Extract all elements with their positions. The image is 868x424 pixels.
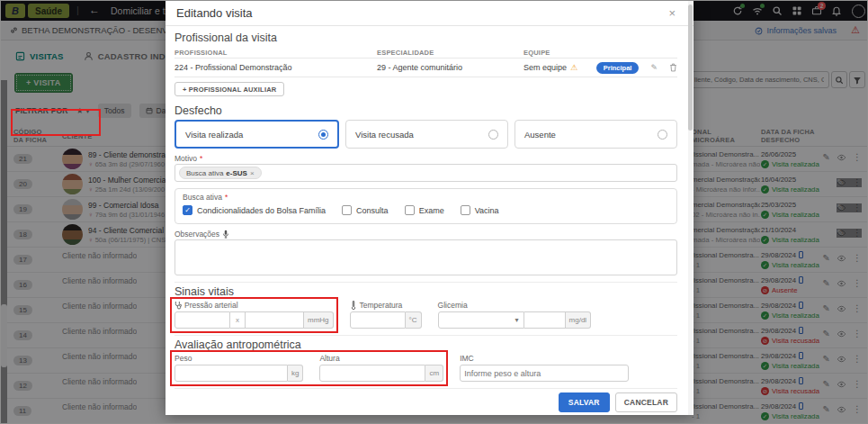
checkbox-exame[interactable]: Exame [405,205,444,215]
pressao-separator: x [230,311,245,329]
altura-label: Altura [319,354,443,363]
temperatura-field: Temperatura °C [350,301,422,329]
checkbox-bolsa-familia[interactable]: ✓Condicionalidades do Bolsa Família [183,205,326,215]
remove-chip-icon[interactable]: × [250,169,255,177]
option-visita-realizada[interactable]: Visita realizada [174,120,339,149]
radio-icon [658,130,667,140]
desfecho-options: Visita realizada Visita recusada Ausente [174,120,677,149]
save-button[interactable]: SALVAR [559,392,610,412]
motivo-label: Motivo* [174,154,677,163]
observacoes-textarea[interactable] [174,239,677,275]
add-auxiliary-professional-button[interactable]: + PROFISSIONAL AUXILIAR [174,82,284,96]
sinais-vitais-title: Sinais vitais [174,285,677,298]
imc-label: IMC [460,354,629,363]
glicemia-input[interactable] [524,311,566,329]
principal-badge: Principal [596,62,640,74]
imc-field: IMC [460,354,629,382]
celsius-unit: °C [406,311,422,329]
team-value: Sem equipe [523,63,567,72]
glicemia-label: Glicemia [438,301,592,310]
observacoes-label: Observações [174,230,677,239]
motivo-chip[interactable]: Busca ativa e-SUS × [179,167,262,179]
altura-input[interactable] [319,365,425,382]
peso-label: Peso [174,354,303,363]
modal-header: Editando visita × [166,1,694,26]
busca-ativa-label: Busca ativa* [183,193,669,202]
section-sinais-vitais: Sinais vitais Pressão arterial x [174,282,677,329]
peso-input[interactable] [174,365,288,382]
peso-field: Peso kg [174,354,303,382]
cancel-button[interactable]: CANCELAR [615,392,677,412]
close-icon[interactable]: × [668,6,676,20]
option-visita-recusada[interactable]: Visita recusada [345,120,508,149]
checkbox-vacina[interactable]: Vacina [461,205,499,215]
microphone-icon [222,230,229,239]
glicemia-field: Glicemia ▾ mg/dl [438,301,592,329]
altura-field: Altura cm [319,354,443,382]
specialty-value: 29 - Agente comunitário [377,63,523,72]
warning-icon: ⚠ [570,63,577,72]
option-ausente[interactable]: Ausente [515,120,677,149]
delete-icon[interactable] [669,63,677,72]
professional-value: 224 - Profissional Demonstração [174,63,377,72]
imc-input[interactable] [460,365,629,382]
pressao-sistolica-input[interactable] [174,311,230,329]
temperatura-label: Temperatura [350,301,422,310]
kg-unit: kg [288,365,303,382]
mgdl-unit: mg/dl [566,311,592,329]
edit-visit-modal: Editando visita × Profissional da visita… [166,1,694,415]
motivo-input[interactable]: Busca ativa e-SUS × [174,164,677,182]
radio-icon [488,130,498,140]
mmhg-unit: mmHg [304,311,334,329]
pressao-label: Pressão arterial [174,301,334,310]
edit-icon[interactable]: ✎ [650,63,658,72]
section-antropometria: Avaliação antropométrica Peso kg Altu [174,335,677,382]
pressao-arterial-field: Pressão arterial x mmHg [174,301,334,329]
glicemia-select[interactable]: ▾ [438,311,524,329]
antropometria-title: Avaliação antropométrica [174,338,677,351]
chevron-down-icon: ▾ [515,316,519,324]
modal-scrollbar-thumb[interactable] [688,5,693,131]
section-professional-title: Profissional da visita [174,32,677,44]
pressao-diastolica-input[interactable] [245,311,304,329]
checkbox-icon [342,205,352,215]
radio-selected-icon [318,130,328,140]
temperatura-input[interactable] [350,311,406,329]
section-desfecho-title: Desfecho [174,104,677,117]
stethoscope-icon [174,301,182,310]
modal-title: Editando visita [176,6,668,20]
screen: B Saúde | ← Domiciliar e territor [0,0,868,424]
thermometer-icon [350,301,357,310]
busca-ativa-box: Busca ativa* ✓Condicionalidades do Bolsa… [174,188,677,224]
checkbox-consulta[interactable]: Consulta [342,205,389,215]
checkbox-icon [405,205,415,215]
professional-table-header: PROFISSIONAL ESPECIALIDADE EQUIPE [174,47,677,59]
checkbox-checked-icon: ✓ [183,205,192,215]
checkbox-icon [461,205,470,215]
cm-unit: cm [425,365,443,382]
professional-row: 224 - Profissional Demonstração 29 - Age… [174,59,677,77]
modal-footer: SALVAR CANCELAR [174,388,677,412]
